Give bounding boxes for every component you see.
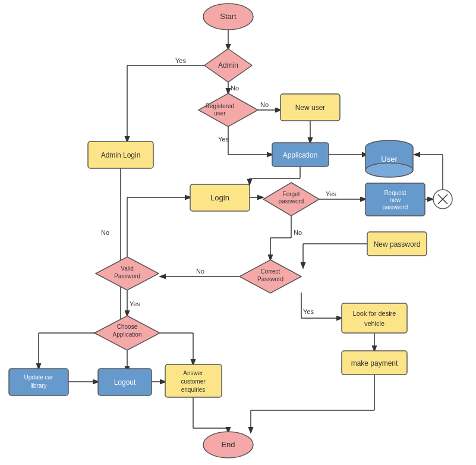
label-yes-reg: Yes — [218, 136, 229, 143]
correct-password-label1: Correct — [261, 268, 280, 275]
request-new-password-label3: password — [383, 204, 408, 210]
answer-enquiries-label2: customer — [181, 378, 206, 385]
flowchart-container: No Yes No Yes Yes No Yes No N — [0, 0, 476, 465]
label-no-reg-newuser: No — [260, 101, 269, 108]
request-new-password-label2: new — [390, 197, 401, 203]
start-label: Start — [220, 12, 237, 21]
end-label: End — [221, 440, 235, 449]
look-vehicle-rect — [342, 303, 407, 333]
application-label: Application — [283, 151, 318, 159]
user-db-bottom — [365, 163, 413, 177]
label-no-valid: No — [101, 229, 109, 236]
label-no-correct: No — [196, 268, 204, 275]
update-car-label2: library — [30, 382, 46, 389]
correct-password-label2: Password — [257, 276, 283, 282]
forget-password-label1: Forget — [283, 191, 300, 197]
new-password-label: New password — [374, 240, 421, 249]
choose-application-label2: Application — [113, 331, 142, 338]
label-no-forget: No — [294, 229, 302, 236]
look-vehicle-label2: vehicle — [364, 320, 384, 327]
make-payment-label: make payment — [351, 359, 398, 367]
registered-user-label1: Registered — [206, 103, 234, 109]
answer-enquiries-label1: Answer — [183, 370, 203, 376]
label-no-admin-reg: No — [231, 84, 239, 92]
update-car-label1: Update car — [24, 374, 54, 381]
valid-password-label1: Valid — [121, 265, 134, 272]
choose-application-label1: Choose — [117, 323, 138, 330]
admin-login-label: Admin Login — [101, 151, 141, 159]
user-db-label: User — [381, 155, 398, 164]
new-user-label: New user — [295, 103, 326, 112]
look-vehicle-label1: Look for desire — [353, 310, 396, 317]
forget-password-label2: password — [279, 198, 304, 205]
label-yes-valid: Yes — [130, 300, 140, 307]
registered-user-label2: user — [214, 110, 226, 117]
valid-password-label2: Password — [114, 273, 140, 279]
login-label: Login — [210, 193, 229, 202]
label-yes-admin: Yes — [175, 57, 186, 64]
registered-user-diamond — [198, 93, 258, 127]
admin-label: Admin — [218, 61, 238, 70]
label-yes-correct: Yes — [303, 308, 314, 315]
flowchart-svg: No Yes No Yes Yes No Yes No N — [0, 0, 476, 465]
label-yes-forget: Yes — [326, 190, 336, 197]
answer-enquiries-label3: enquiries — [181, 387, 206, 393]
logout-label: Logout — [114, 378, 136, 387]
request-new-password-label1: Request — [384, 190, 406, 196]
